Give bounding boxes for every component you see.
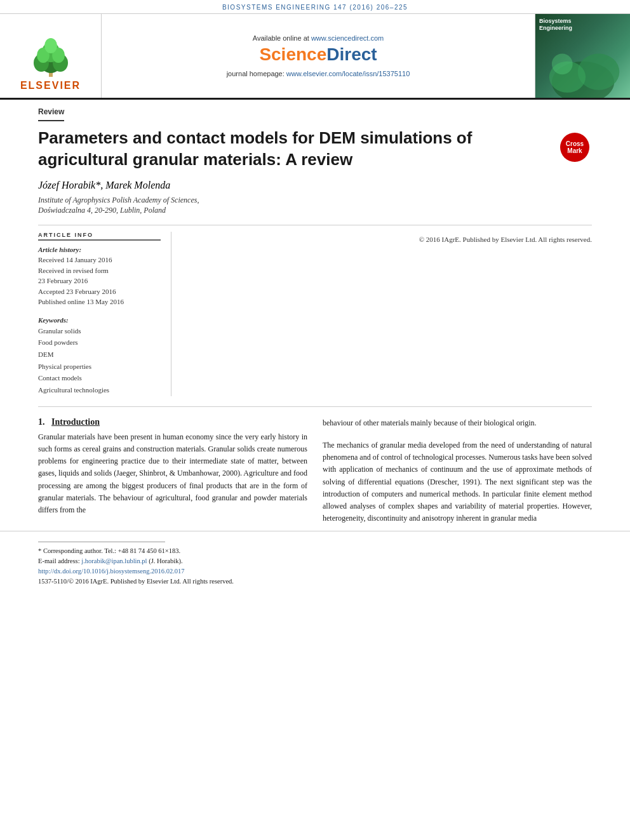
article-info-heading: Article Info bbox=[38, 232, 161, 241]
svg-point-7 bbox=[44, 38, 57, 53]
introduction-left-column: 1. Introduction Granular materials have … bbox=[38, 417, 307, 525]
footnote-issn: 1537-5110/© 2016 IAgrE. Published by Els… bbox=[38, 577, 592, 587]
crossmark-badge: CrossMark bbox=[560, 133, 592, 164]
biosystems-decoration-icon bbox=[535, 41, 630, 98]
available-online-text: Available online at www.sciencedirect.co… bbox=[253, 34, 384, 42]
article-type-label: Review bbox=[38, 100, 64, 121]
header-center: Available online at www.sciencedirect.co… bbox=[102, 14, 535, 98]
biosystems-journal-image: Biosystems Engineering bbox=[535, 14, 630, 98]
received-revised-label: Received in revised form bbox=[38, 265, 161, 276]
author-email-link[interactable]: j.horabik@ipan.lublin.pl bbox=[81, 557, 147, 564]
keyword-2: Food powders bbox=[38, 337, 161, 349]
received-date: Received 14 January 2016 bbox=[38, 255, 161, 265]
elsevier-tree-icon bbox=[19, 36, 83, 77]
published-online-date: Published online 13 May 2016 bbox=[38, 297, 161, 307]
journal-header-bar: BIOSYSTEMS ENGINEERING 147 (2016) 206–22… bbox=[0, 0, 630, 14]
elsevier-logo-image bbox=[13, 20, 89, 77]
keyword-4: Physical properties bbox=[38, 361, 161, 373]
journal-homepage-text: journal homepage: www.elsevier.com/locat… bbox=[227, 70, 410, 77]
sciencedirect-logo: ScienceDirect bbox=[259, 44, 377, 65]
keyword-6: Agricultural technologies bbox=[38, 384, 161, 396]
svg-point-12 bbox=[552, 53, 573, 74]
journal-homepage-url[interactable]: www.elsevier.com/locate/issn/15375110 bbox=[286, 70, 410, 77]
section-divider bbox=[38, 406, 592, 407]
journal-header: ELSEVIER Available online at www.science… bbox=[0, 14, 630, 100]
footnote-corresponding-author: * Corresponding author. Tel.: +48 81 74 … bbox=[38, 546, 592, 556]
keywords-label: Keywords: bbox=[38, 316, 161, 324]
crossmark-icon: CrossMark bbox=[560, 133, 589, 162]
affiliation: Institute of Agrophysics Polish Academy … bbox=[38, 194, 592, 222]
keywords-section: Keywords: Granular solids Food powders D… bbox=[38, 316, 161, 396]
main-content: Review Parameters and contact models for… bbox=[0, 100, 630, 524]
introduction-right-column: behaviour of other materials mainly beca… bbox=[323, 417, 592, 525]
section-1-title: 1. Introduction bbox=[38, 417, 307, 427]
footnote-email: E-mail address: j.horabik@ipan.lublin.pl… bbox=[38, 556, 592, 566]
biosystems-logo-block: Biosystems Engineering bbox=[535, 14, 630, 98]
article-info-abstract-section: Article Info Article history: Received 1… bbox=[38, 225, 592, 396]
keywords-list: Granular solids Food powders DEM Physica… bbox=[38, 325, 161, 396]
copyright-line: © 2016 IAgrE. Published by Elsevier Ltd.… bbox=[184, 236, 592, 243]
sciencedirect-url[interactable]: www.sciencedirect.com bbox=[311, 34, 384, 42]
revised-date: 23 February 2016 bbox=[38, 276, 161, 286]
authors-line: Józef Horabik*, Marek Molenda bbox=[38, 176, 592, 194]
footnote-doi: http://dx.doi.org/10.1016/j.biosystemsen… bbox=[38, 566, 592, 577]
doi-link[interactable]: http://dx.doi.org/10.1016/j.biosystemsen… bbox=[38, 568, 185, 575]
footer-footnotes: * Corresponding author. Tel.: +48 81 74 … bbox=[0, 531, 630, 592]
elsevier-logo-block: ELSEVIER bbox=[0, 14, 102, 98]
introduction-right-para2: The mechanics of granular media develope… bbox=[323, 439, 592, 524]
introduction-right-para1: behaviour of other materials mainly beca… bbox=[323, 417, 592, 429]
accepted-date: Accepted 23 February 2016 bbox=[38, 286, 161, 297]
biosystems-journal-label: Biosystems Engineering bbox=[539, 18, 572, 32]
article-history-label: Article history: bbox=[38, 246, 161, 253]
introduction-left-text: Granular materials have been present in … bbox=[38, 431, 307, 516]
footnote-divider bbox=[38, 542, 165, 542]
keyword-1: Granular solids bbox=[38, 325, 161, 337]
article-title-row: Parameters and contact models for DEM si… bbox=[38, 121, 592, 176]
abstract-column: © 2016 IAgrE. Published by Elsevier Ltd.… bbox=[184, 232, 592, 396]
article-info-column: Article Info Article history: Received 1… bbox=[38, 232, 171, 396]
introduction-section: 1. Introduction Granular materials have … bbox=[38, 417, 592, 525]
elsevier-wordmark: ELSEVIER bbox=[20, 80, 81, 91]
journal-citation: BIOSYSTEMS ENGINEERING 147 (2016) 206–22… bbox=[222, 4, 408, 11]
keyword-3: DEM bbox=[38, 349, 161, 361]
article-title: Parameters and contact models for DEM si… bbox=[38, 128, 560, 171]
keyword-5: Contact models bbox=[38, 372, 161, 384]
